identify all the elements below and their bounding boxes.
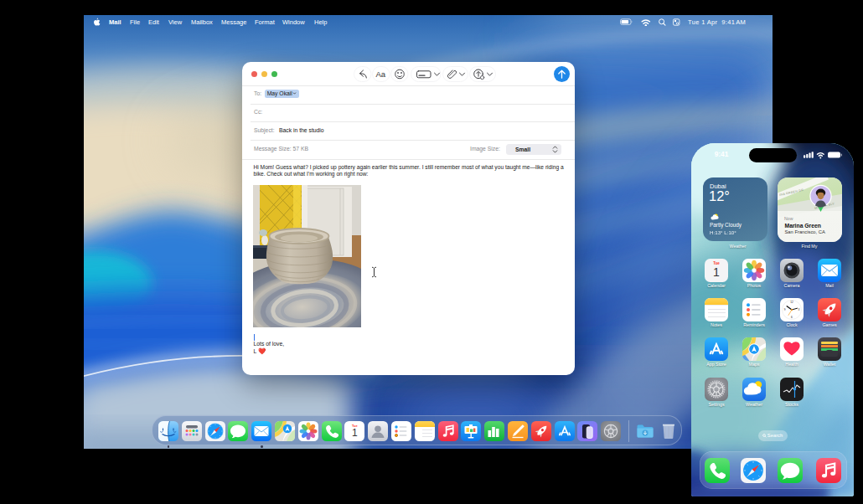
svg-text:9: 9 — [784, 308, 786, 311]
svg-text:Aa: Aa — [376, 69, 386, 79]
svg-text:3: 3 — [798, 308, 800, 311]
svg-text:12: 12 — [790, 301, 793, 304]
svg-text:6: 6 — [791, 316, 793, 319]
